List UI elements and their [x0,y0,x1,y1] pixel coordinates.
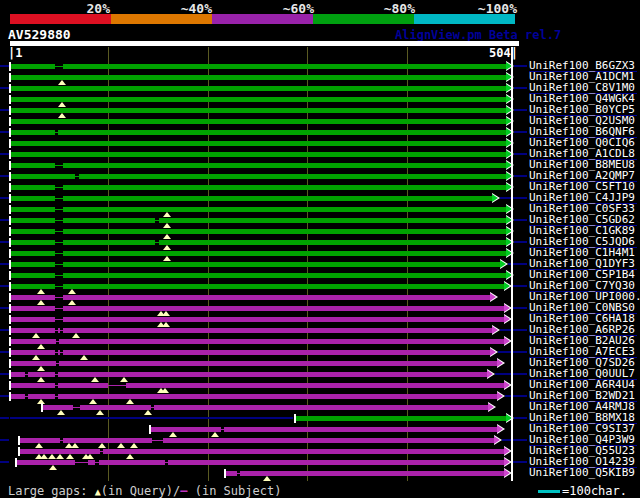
hsp-bar[interactable] [63,229,506,234]
hsp-bar[interactable] [10,163,55,168]
hsp-bar[interactable] [159,240,506,245]
query-gap-triangle [66,454,74,459]
alignment-start-tick [9,337,11,346]
direction-arrow-icon [494,436,500,444]
hsp-bar[interactable] [59,339,504,344]
hsp-bar[interactable] [10,218,55,223]
hsp-bar[interactable] [10,361,56,366]
hsp-bar[interactable] [10,372,25,377]
hsp-bar[interactable] [225,471,237,476]
hsp-bar[interactable] [10,251,55,256]
query-gap-triangle [80,355,88,360]
hsp-bar[interactable] [240,471,504,476]
hsp-bar[interactable] [10,284,55,289]
hsp-bar[interactable] [159,218,506,223]
hsp-bar[interactable] [103,449,504,454]
hsp-bar[interactable] [63,317,504,322]
hsp-bar[interactable] [10,108,506,113]
hsp-bar[interactable] [163,438,494,443]
hsp-bar[interactable] [63,295,490,300]
alignment-start-tick [9,128,11,137]
hsp-bar[interactable] [63,284,504,289]
alignment-start-tick [9,106,11,115]
hsp-bar[interactable] [63,240,155,245]
hsp-bar[interactable] [10,317,55,322]
query-gap-triangle [35,443,43,448]
hsp-bar[interactable] [10,174,75,179]
legend-subject: (in Subject) [187,484,281,498]
hsp-bar[interactable] [224,427,497,432]
hsp-bar[interactable] [63,196,492,201]
hsp-bar[interactable] [10,185,55,190]
hsp-bar[interactable] [10,119,506,124]
alignment-start-tick [294,414,296,423]
hsp-bar[interactable] [63,163,506,168]
subject-overhang-right [500,197,527,199]
hsp-bar[interactable] [10,295,55,300]
hsp-bar[interactable] [58,328,60,333]
hsp-bar[interactable] [295,416,506,421]
alignment-start-tick [224,469,226,478]
scale-segment-3 [313,14,414,24]
hsp-bar[interactable] [79,174,506,179]
hsp-bar[interactable] [63,273,506,278]
hsp-bar[interactable] [10,273,55,278]
hsp-bar[interactable] [58,383,108,388]
hundred-char-scalebar-label: =100char. [562,484,627,498]
hsp-bar[interactable] [63,328,492,333]
subject-overhang-left [0,219,9,221]
hsp-bar[interactable] [59,361,497,366]
subject-overhang-right [514,219,527,221]
hsp-bar[interactable] [16,460,75,465]
hsp-bar[interactable] [10,64,55,69]
hsp-bar[interactable] [10,196,55,201]
hsp-bar[interactable] [63,218,155,223]
hsp-bar[interactable] [10,306,55,311]
subject-overhang-left [0,439,9,441]
hsp-bar[interactable] [10,262,55,267]
hsp-bar[interactable] [10,75,506,80]
hsp-bar[interactable] [63,306,504,311]
hsp-bar[interactable] [10,97,506,102]
scale-label-60: ~60% [244,1,314,14]
hsp-bar[interactable] [58,130,506,135]
hsp-bar[interactable] [10,130,55,135]
query-gap-triangle [163,234,171,239]
hsp-bar[interactable] [58,350,60,355]
hit-label[interactable]: UniRef100_Q5KIB9 [529,467,637,478]
hsp-bar[interactable] [63,185,506,190]
query-gap-triangle [144,410,152,415]
hsp-bar[interactable] [10,86,506,91]
hsp-bar[interactable] [10,383,55,388]
hsp-bar[interactable] [80,405,151,410]
hsp-bar[interactable] [58,394,497,399]
hsp-bar[interactable] [154,405,488,410]
hsp-bar[interactable] [10,394,25,399]
query-gap-triangle [71,443,79,448]
scale-label-20: 20% [40,1,110,14]
hsp-bar[interactable] [63,207,506,212]
hsp-bar[interactable] [126,383,504,388]
subject-overhang-right [500,329,527,331]
hsp-bar[interactable] [88,460,95,465]
subject-overhang-right [514,153,527,155]
hsp-bar[interactable] [99,460,165,465]
hsp-bar[interactable] [63,251,506,256]
alignment-start-tick [9,326,11,335]
hsp-bar[interactable] [63,262,500,267]
query-gap-triangle [162,311,170,316]
hsp-bar[interactable] [63,350,490,355]
direction-arrow-icon [500,260,506,268]
hsp-bar[interactable] [10,152,506,157]
alignment-start-tick [9,315,11,324]
hsp-bar[interactable] [10,141,506,146]
hsp-bar[interactable] [10,240,55,245]
hsp-bar[interactable] [63,64,506,69]
alignment-start-tick [9,392,11,401]
hsp-bar[interactable] [10,207,55,212]
hsp-bar[interactable] [168,460,504,465]
hsp-bar[interactable] [10,229,55,234]
alignview-page: 20%~40%~60%~80%~100% AV529880 AlignView.… [0,0,640,498]
scale-segment-0 [10,14,111,24]
hsp-bar[interactable] [10,339,56,344]
